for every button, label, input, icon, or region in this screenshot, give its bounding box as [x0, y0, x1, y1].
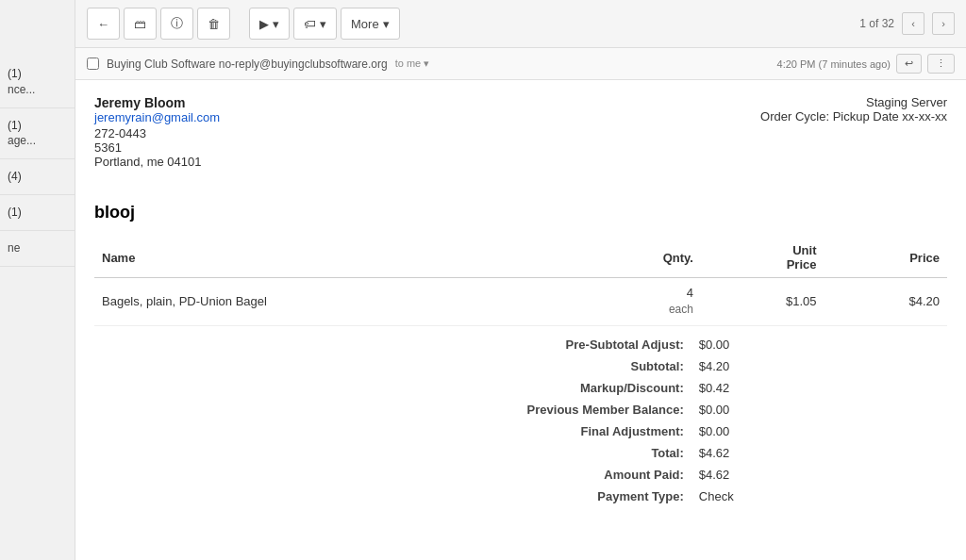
final-adj-label: Final Adjustment: — [94, 420, 691, 442]
sidebar-item-5[interactable]: ne — [0, 231, 75, 267]
summary-total: Total: $4.62 — [94, 442, 947, 464]
sidebar-badge-2: (1) — [8, 119, 22, 132]
amount-paid-label: Amount Paid: — [94, 464, 691, 486]
email-content: Jeremy Bloom jeremyrain@gmail.com 272-04… — [75, 80, 966, 560]
sidebar-badge-4: (1) — [8, 206, 22, 219]
order-info: Staging Server Order Cycle: Pickup Date … — [760, 95, 947, 124]
prev-icon: ‹ — [911, 18, 915, 29]
summary-subtotal: Subtotal: $4.20 — [94, 355, 947, 377]
label-icon: 🏷 — [304, 17, 316, 31]
item-name: Bagels, plain, PD-Union Bagel — [94, 278, 578, 326]
col-header-price: Price — [824, 238, 947, 278]
toolbar: ← 🗃 ⓘ 🗑 ▶ ▾ 🏷 ▾ More ▾ 1 of 32 ‹ — [75, 0, 966, 48]
pre-subtotal-label: Pre-Subtotal Adjust: — [94, 334, 691, 355]
summary-final-adj: Final Adjustment: $0.00 — [94, 420, 947, 442]
order-info-top: Jeremy Bloom jeremyrain@gmail.com 272-04… — [94, 95, 947, 184]
item-unit-price: $1.05 — [701, 278, 824, 326]
main-panel: ← 🗃 ⓘ 🗑 ▶ ▾ 🏷 ▾ More ▾ 1 of 32 ‹ — [75, 0, 966, 560]
sender-phone: 272-0443 — [94, 126, 220, 140]
sender-info: Jeremy Bloom jeremyrain@gmail.com 272-04… — [94, 95, 220, 169]
email-checkbox[interactable] — [87, 58, 99, 70]
subtotal-value: $4.20 — [691, 355, 947, 377]
to-dropdown-icon[interactable]: ▾ — [424, 58, 429, 69]
next-icon: › — [941, 18, 945, 29]
next-page-button[interactable]: › — [932, 12, 955, 35]
sidebar-label-1: nce... — [8, 83, 35, 96]
prev-balance-label: Previous Member Balance: — [94, 399, 691, 420]
sidebar-item-2[interactable]: (1) age... — [0, 108, 75, 160]
info-button[interactable]: ⓘ — [160, 8, 193, 40]
archive-button[interactable]: 🗃 — [124, 8, 157, 40]
total-label: Total: — [94, 442, 691, 464]
pagination: 1 of 32 ‹ › — [859, 12, 955, 35]
final-adj-value: $0.00 — [691, 420, 947, 442]
summary-markup: Markup/Discount: $0.42 — [94, 377, 947, 399]
prev-page-button[interactable]: ‹ — [902, 12, 924, 35]
label-button[interactable]: 🏷 ▾ — [293, 8, 337, 40]
archive-icon: 🗃 — [134, 17, 146, 31]
move-icon: ▶ — [259, 17, 269, 31]
trash-button[interactable]: 🗑 — [197, 8, 230, 40]
sender-name: Jeremy Bloom — [94, 95, 220, 110]
summary-pre-subtotal: Pre-Subtotal Adjust: $0.00 — [94, 334, 947, 355]
col-header-unit-price: UnitPrice — [701, 238, 824, 278]
summary-payment-type: Payment Type: Check — [94, 486, 947, 507]
pagination-text: 1 of 32 — [859, 17, 894, 30]
sidebar: (1) nce... (1) age... (4) (1) ne — [0, 0, 75, 560]
more-dropdown-icon: ▾ — [383, 17, 390, 31]
email-header-bar: Buying Club Software no-reply@buyingclub… — [75, 48, 966, 80]
total-value: $4.62 — [691, 442, 947, 464]
pre-subtotal-value: $0.00 — [691, 334, 947, 355]
more-button[interactable]: More ▾ — [341, 8, 400, 40]
item-price: $4.20 — [824, 278, 947, 326]
sidebar-badge-3: (4) — [8, 170, 22, 183]
email-actions: 4:20 PM (7 minutes ago) ↩ ⋮ — [777, 54, 955, 74]
sidebar-badge-1: (1) — [8, 67, 22, 80]
sidebar-label-2: age... — [8, 134, 36, 147]
label-dropdown-icon: ▾ — [320, 17, 326, 31]
back-button[interactable]: ← — [87, 8, 120, 40]
sidebar-item-1[interactable]: (1) nce... — [0, 57, 75, 108]
col-header-name: Name — [94, 238, 578, 278]
email-subject: Buying Club Software no-reply@buyingclub… — [107, 58, 388, 71]
payment-type-value: Check — [691, 486, 947, 507]
store-name: blooj — [94, 203, 947, 222]
info-icon: ⓘ — [171, 15, 183, 32]
table-row: Bagels, plain, PD-Union Bagel 4each $1.0… — [94, 278, 947, 326]
prev-balance-value: $0.00 — [691, 399, 947, 420]
sender-id: 5361 — [94, 140, 220, 155]
sender-address: Portland, me 04101 — [94, 155, 220, 169]
reply-button[interactable]: ↩ — [896, 54, 922, 74]
server-name: Staging Server — [760, 95, 947, 109]
markup-label: Markup/Discount: — [94, 377, 691, 399]
summary-amount-paid: Amount Paid: $4.62 — [94, 464, 947, 486]
move-button[interactable]: ▶ ▾ — [249, 8, 290, 40]
amount-paid-value: $4.62 — [691, 464, 947, 486]
summary-table: Pre-Subtotal Adjust: $0.00 Subtotal: $4.… — [94, 334, 947, 507]
order-table: Name Qnty. UnitPrice Price Bagels, plain… — [94, 238, 947, 326]
sender-email[interactable]: jeremyrain@gmail.com — [94, 110, 220, 124]
email-time: 4:20 PM (7 minutes ago) — [777, 58, 891, 70]
more-actions-button[interactable]: ⋮ — [927, 54, 955, 74]
sidebar-item-4[interactable]: (1) — [0, 195, 75, 231]
sidebar-label-5: ne — [8, 241, 20, 255]
to-label: to me ▾ — [395, 58, 430, 70]
sidebar-item-3[interactable]: (4) — [0, 159, 75, 195]
more-label: More — [351, 17, 379, 31]
subtotal-label: Subtotal: — [94, 355, 691, 377]
order-cycle: Order Cycle: Pickup Date xx-xx-xx — [760, 109, 947, 124]
move-dropdown-icon: ▾ — [273, 17, 279, 31]
markup-value: $0.42 — [691, 377, 947, 399]
back-icon: ← — [97, 17, 109, 31]
item-qty: 4each — [578, 278, 701, 326]
trash-icon: 🗑 — [208, 17, 220, 31]
col-header-qty: Qnty. — [578, 238, 701, 278]
payment-type-label: Payment Type: — [94, 486, 691, 507]
summary-prev-balance: Previous Member Balance: $0.00 — [94, 399, 947, 420]
